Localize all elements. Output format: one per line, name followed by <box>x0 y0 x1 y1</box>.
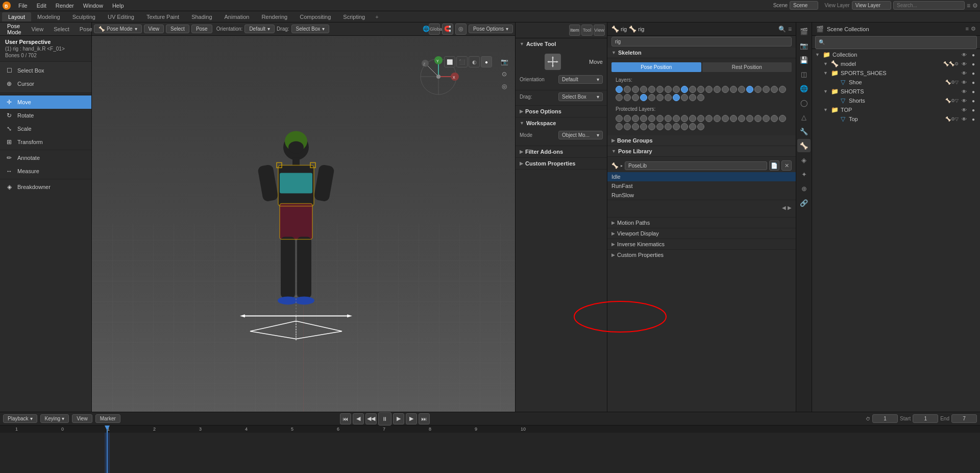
tool-rotate[interactable]: ↻ Rotate <box>0 109 91 122</box>
tree-sports-shoes[interactable]: ▼ 📁 SPORTS_SHOES 👁 ● <box>812 68 980 78</box>
workspace-header[interactable]: ▼ Workspace <box>516 117 607 129</box>
timeline-view-btn[interactable]: View <box>72 414 92 423</box>
filter-icon[interactable]: ≡ <box>967 2 970 9</box>
pose-library-section-header[interactable]: ▼ Pose Library <box>607 146 796 157</box>
jump-end-btn[interactable]: ⏭ <box>419 413 430 424</box>
rig-name-input[interactable]: rig <box>611 37 792 46</box>
layer-dot-24[interactable] <box>640 94 647 101</box>
top-item-render-icon[interactable]: ● <box>970 115 977 123</box>
tree-model[interactable]: ▼ 🦴 model 🦴🦴⚙ 👁 ● <box>812 59 980 68</box>
tool-select-box[interactable]: ☐ Select Box <box>0 64 91 77</box>
layer-dot-12[interactable] <box>714 86 721 93</box>
props-physics-tab[interactable]: ⊕ <box>797 182 811 195</box>
layer-dot-15[interactable] <box>738 115 745 122</box>
layer-dot-6[interactable] <box>665 115 672 122</box>
rig-item-2[interactable]: 🦴 rig <box>629 26 644 33</box>
rendered-shading-btn[interactable]: ● <box>481 56 492 67</box>
layer-dot-23[interactable] <box>632 94 639 101</box>
props-data-tab[interactable]: 🦴 <box>797 139 811 152</box>
scene-settings-icon[interactable]: ⚙ <box>971 26 976 32</box>
layer-dot-10[interactable] <box>697 115 704 122</box>
options-icon[interactable]: ⚙ <box>972 2 978 9</box>
shorts-render-icon[interactable]: ● <box>970 88 977 95</box>
shorts-item-render-icon[interactable]: ● <box>970 97 977 104</box>
pose-lib-delete-btn[interactable]: ✕ <box>781 160 792 171</box>
tool-cursor[interactable]: ⊕ Cursor <box>0 77 91 90</box>
props-modifier-tab[interactable]: 🔧 <box>797 125 811 138</box>
props-scene-data-tab[interactable]: 🌐 <box>797 82 811 95</box>
viewport-xray-icon[interactable]: ◎ <box>499 81 510 92</box>
layer-dot-28[interactable] <box>673 123 680 130</box>
layer-dot-14[interactable] <box>730 86 737 93</box>
play-btn[interactable]: ▶ <box>393 413 404 424</box>
tab-rendering[interactable]: Rendering <box>255 12 293 21</box>
keying-btn[interactable]: Keying ▾ <box>40 414 69 423</box>
custom-props-section-bottom[interactable]: ▶ Custom Properties <box>607 249 796 260</box>
filter-addons-header[interactable]: ▶ Filter Add-ons <box>516 146 607 157</box>
tab-animation[interactable]: Animation <box>218 12 256 21</box>
select-btn[interactable]: Select <box>51 25 72 33</box>
viewport-global-btn[interactable]: 🌐 Global ▾ <box>429 23 440 35</box>
pose-options-btn[interactable]: Pose Options ▾ <box>469 25 513 33</box>
active-tool-header[interactable]: ▼ Active Tool <box>516 38 607 50</box>
layer-dot-27[interactable] <box>665 94 672 101</box>
viewport-canvas[interactable]: Y X Z 📷 ⊙ ◎ ⬜ ⬛ ◐ <box>92 36 515 412</box>
drag-prop-value[interactable]: Select Box ▾ <box>558 92 603 101</box>
tree-top[interactable]: ▼ 📁 TOP 👁 ● <box>812 105 980 114</box>
orientation-prop-value[interactable]: Default ▾ <box>558 75 603 84</box>
top-eye-icon[interactable]: 👁 <box>961 106 968 113</box>
layer-dot-3[interactable] <box>640 115 647 122</box>
pose-lib-new-btn[interactable]: 📄 <box>769 160 779 171</box>
pose-options-header[interactable]: ▶ Pose Options <box>516 106 607 117</box>
viewport-view-btn[interactable]: View <box>144 25 164 33</box>
tab-uv-editing[interactable]: UV Editing <box>102 12 140 21</box>
props-output-tab[interactable]: 💾 <box>797 53 811 66</box>
layer-dot-30[interactable] <box>689 94 696 101</box>
view-tab[interactable]: View <box>594 25 605 36</box>
tool-tab[interactable]: Tool <box>581 25 593 36</box>
sports-shoes-render-icon[interactable]: ● <box>970 69 977 77</box>
layer-dot-10[interactable] <box>697 86 704 93</box>
global-search-input[interactable] <box>893 1 965 10</box>
props-view-tab[interactable]: ◫ <box>797 67 811 81</box>
layer-dot-31[interactable] <box>697 94 704 101</box>
scene-tree-search-input[interactable] <box>815 36 977 49</box>
layer-dot-13[interactable] <box>722 115 729 122</box>
layer-dot-7[interactable] <box>673 86 680 93</box>
view-btn[interactable]: View <box>29 25 47 33</box>
tab-texture-paint[interactable]: Texture Paint <box>140 12 185 21</box>
timeline-ruler[interactable]: 1 0 1 2 3 4 5 6 7 8 9 10 <box>0 425 980 473</box>
pose-lib-name-input[interactable]: PoseLib <box>625 161 767 170</box>
layer-dot-4[interactable] <box>648 86 655 93</box>
tab-scripting[interactable]: Scripting <box>337 12 371 21</box>
layer-dot-25[interactable] <box>648 123 655 130</box>
current-frame-input[interactable]: 1 <box>872 414 898 423</box>
custom-props-header[interactable]: ▶ Custom Properties <box>516 158 607 169</box>
orientation-dropdown[interactable]: Default ▾ <box>244 25 275 33</box>
pose-position-btn[interactable]: Pose Position <box>611 62 701 72</box>
layer-dot-29[interactable] <box>681 123 688 130</box>
viewport-snap-btn[interactable]: 🧲 <box>442 23 453 35</box>
pose-item-runfast[interactable]: RunFast <box>607 181 796 191</box>
layer-dot-17[interactable] <box>754 86 762 93</box>
layer-dot-22[interactable] <box>624 94 631 101</box>
tree-shorts[interactable]: ▼ 📁 SHORTS 👁 ● <box>812 87 980 96</box>
tree-top-item[interactable]: ▽ Top 🦴⚙▽ 👁 ● <box>812 114 980 124</box>
collection-eye-icon[interactable]: 👁 <box>961 51 968 58</box>
layer-dot-21[interactable] <box>616 123 623 130</box>
motion-paths-section[interactable]: ▶ Motion Paths <box>607 217 796 228</box>
viewport[interactable]: 🦴 Pose Mode ▾ View Select Pose Orientati… <box>92 22 515 412</box>
layer-dot-19[interactable] <box>771 86 778 93</box>
layer-dot-1[interactable] <box>624 86 631 93</box>
layer-dot-28[interactable] <box>673 94 680 101</box>
skeleton-section-header[interactable]: ▼ Skeleton <box>607 48 796 58</box>
end-frame-input[interactable] <box>951 414 977 423</box>
layer-dot-11[interactable] <box>705 86 713 93</box>
layer-dot-9[interactable] <box>689 115 696 122</box>
props-world-tab[interactable]: ◯ <box>797 96 811 109</box>
layer-dot-27[interactable] <box>665 123 672 130</box>
layer-dot-5[interactable] <box>656 115 664 122</box>
mode-prop-value[interactable]: Object Mo... ▾ <box>558 131 603 139</box>
tool-breakdowner[interactable]: ◈ Breakdowner <box>0 180 91 194</box>
shorts-item-eye-icon[interactable]: 👁 <box>961 97 968 104</box>
